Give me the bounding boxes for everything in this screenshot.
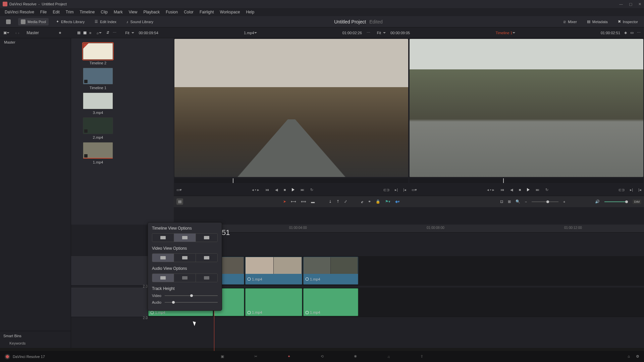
fusion-page-icon[interactable]: ⟲ — [321, 354, 324, 359]
dim-button[interactable]: DIM — [633, 199, 642, 204]
menu-clip[interactable]: Clip — [98, 9, 110, 15]
audio-clip-3[interactable]: 1.mp4 — [303, 288, 358, 316]
mark-in-icon[interactable]: ⊏⊐ — [619, 188, 625, 192]
bin-list-chevron-icon[interactable] — [7, 32, 9, 35]
prev-frame-icon[interactable]: ◀ — [510, 188, 513, 192]
record-mode-icon[interactable]: ▭▾ — [412, 188, 417, 192]
bin-master[interactable]: Master — [4, 40, 15, 44]
menu-help[interactable]: Help — [243, 9, 257, 15]
mark-in-icon[interactable]: ⊏⊐ — [383, 188, 389, 192]
menu-edit[interactable]: Edit — [50, 9, 62, 15]
smart-bins-header[interactable]: Smart Bins — [3, 334, 67, 338]
marker-icon[interactable]: ◆▾ — [395, 199, 400, 204]
menu-playback[interactable]: Playback — [141, 9, 162, 15]
snap-icon[interactable]: ⸙ — [361, 200, 363, 204]
mixer-button[interactable]: ⎚Mixer — [561, 18, 580, 25]
deliver-page-icon[interactable]: ⇪ — [420, 354, 423, 359]
record-more-icon[interactable]: ⋯ — [637, 31, 641, 35]
video-clip-3[interactable]: 1.mp4 — [303, 257, 358, 285]
clip-thumb-2mp4[interactable]: 2.mp4 — [74, 117, 121, 139]
speaker-icon[interactable]: 🔊 — [595, 199, 600, 204]
record-zoom[interactable]: Fit — [377, 31, 381, 35]
last-frame-icon[interactable]: ⏭ — [536, 188, 539, 192]
subtitle-tracks-button[interactable] — [174, 234, 196, 242]
menu-fusion[interactable]: Fusion — [163, 9, 180, 15]
insert-clip-icon[interactable]: ⤓ — [329, 199, 332, 204]
home-icon[interactable]: ⌂ — [628, 354, 630, 359]
zoom-selection-icon[interactable]: ⊡ — [500, 199, 503, 204]
source-viewer[interactable] — [174, 39, 408, 177]
timeline-ruler[interactable]: 01:00:00:00 01:00:04:00 01:00:08:00 01:0… — [148, 225, 644, 233]
dynamic-trim-icon[interactable]: ⟺ — [301, 199, 306, 204]
track-header-a1[interactable] — [71, 288, 148, 317]
menu-timeline[interactable]: Timeline — [77, 9, 97, 15]
goto-out-icon[interactable]: |◂ — [403, 188, 406, 192]
search-icon[interactable]: ⌕ — [97, 31, 99, 35]
video-simple-button[interactable] — [196, 254, 217, 262]
media-pool-button[interactable]: Media Pool — [18, 18, 49, 25]
clip-thumb-timeline1[interactable]: Timeline 1 — [74, 68, 121, 90]
audio-height-slider[interactable] — [165, 302, 218, 303]
record-viewer[interactable] — [410, 39, 643, 177]
arrow-tool-icon[interactable]: ➤ — [283, 199, 286, 204]
metadata-button[interactable]: ▤Metadata — [584, 18, 610, 25]
audio-waveform-full-button[interactable] — [152, 274, 174, 282]
grid-view-icon[interactable]: ▦ — [83, 31, 87, 35]
last-frame-icon[interactable]: ⏭ — [301, 188, 304, 192]
track-header-v1[interactable] — [71, 256, 148, 285]
more-icon[interactable]: ⋯ — [113, 31, 116, 35]
menu-workspace[interactable]: Workspace — [217, 9, 243, 15]
goto-in-icon[interactable]: ▸| — [395, 188, 398, 192]
media-page-icon[interactable]: ▣ — [221, 354, 224, 359]
fullscreen-toggle[interactable] — [3, 18, 13, 25]
clip-thumb-timeline2[interactable]: Timeline 2 — [74, 43, 121, 65]
clip-thumb-1mp4[interactable]: 1.mp4 — [74, 142, 121, 164]
link-icon[interactable]: ⚭ — [368, 199, 371, 204]
lock-icon[interactable]: 🔒 — [376, 199, 380, 204]
timeline-zoom-slider[interactable] — [532, 201, 558, 202]
breadcrumb-master[interactable]: Master — [26, 31, 39, 35]
goto-out-icon[interactable]: |◂ — [638, 188, 641, 192]
zoom-detail-icon[interactable]: 🔍 — [516, 199, 520, 204]
source-mode-icon[interactable]: ▭▾ — [176, 188, 182, 192]
sound-library-button[interactable]: ♪ Sound Library — [124, 18, 156, 25]
search-chevron-icon[interactable] — [99, 32, 102, 35]
first-frame-icon[interactable]: ⏮ — [265, 188, 269, 192]
source-scrubber[interactable] — [174, 178, 408, 183]
maximize-icon[interactable]: ▢ — [629, 2, 632, 6]
media-pool-grid[interactable]: Timeline 2 Timeline 1 3.mp4 2.mp4 1.mp4 — [71, 38, 174, 225]
single-viewer-icon[interactable]: ▭ — [630, 31, 634, 35]
effects-library-button[interactable]: ✦ Effects Library — [53, 18, 87, 25]
fairlight-page-icon[interactable]: ♫ — [387, 355, 390, 359]
bin-list-icon[interactable]: ▣ — [3, 31, 7, 35]
zoom-full-icon[interactable]: ⊞ — [508, 199, 511, 204]
timeline-name[interactable]: Timeline 1 — [495, 31, 512, 35]
smart-bins-keywords[interactable]: Keywords — [3, 341, 67, 345]
trim-tool-icon[interactable]: ⟷ — [291, 199, 296, 204]
match-frame-icon[interactable]: ◂ • ▸ — [487, 188, 494, 192]
first-frame-icon[interactable]: ⏮ — [500, 188, 504, 192]
goto-in-icon[interactable]: ▸| — [630, 188, 633, 192]
audio-clip-2[interactable]: 1.mp4 — [245, 288, 302, 316]
blade-tool-icon[interactable]: ▬ — [311, 200, 315, 204]
minimize-icon[interactable]: — — [619, 2, 623, 6]
menu-color[interactable]: Color — [181, 9, 196, 15]
inspector-button[interactable]: ✖︎Inspector — [615, 18, 641, 25]
loop-icon[interactable]: ↻ — [310, 188, 313, 192]
chevron-down-icon[interactable] — [131, 32, 134, 35]
record-scrubber[interactable] — [410, 178, 643, 183]
menu-fairlight[interactable]: Fairlight — [197, 9, 217, 15]
list-view-icon[interactable]: ≡ — [89, 31, 91, 35]
source-more-icon[interactable]: ⋯ — [367, 31, 370, 35]
cut-page-icon[interactable]: ✂ — [254, 354, 257, 359]
audio-waveform-button[interactable] — [196, 234, 217, 242]
stacked-timelines-button[interactable] — [152, 234, 174, 242]
menu-trim[interactable]: Trim — [63, 9, 76, 15]
timeline-options-icon[interactable]: ▤ — [176, 198, 183, 205]
sort-icon[interactable]: ⇵ — [106, 31, 109, 35]
video-thumb-button[interactable] — [174, 254, 196, 262]
bypass-icon[interactable]: ◈ — [624, 31, 627, 35]
settings-icon[interactable]: ⚙ — [636, 354, 639, 359]
flag-icon[interactable]: ⚑▾ — [385, 199, 390, 204]
clip-thumb-3mp4[interactable]: 3.mp4 — [74, 93, 121, 115]
